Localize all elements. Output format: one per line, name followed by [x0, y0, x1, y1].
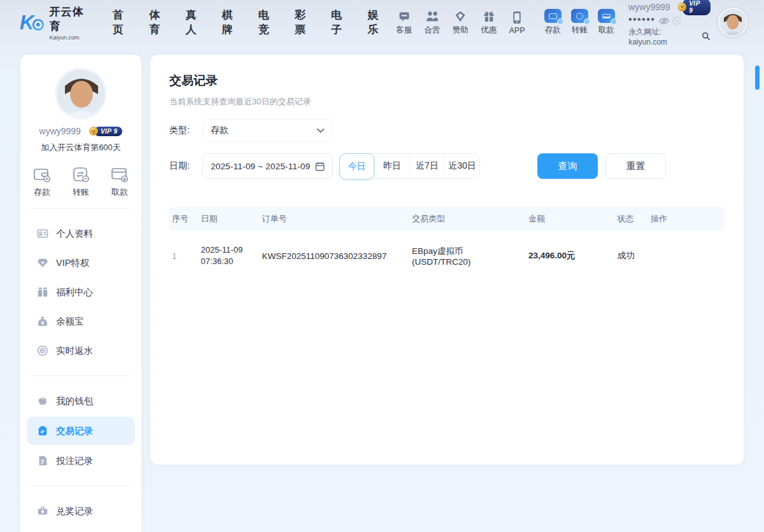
eye-off-icon[interactable]	[659, 17, 669, 25]
range-7days-button[interactable]: 近7日	[409, 154, 444, 178]
sidebar-item-label: 交易记录	[56, 425, 93, 437]
user-info: wywy9999 V VIP 9 ****** 永久网址:	[628, 0, 711, 46]
bet-record-icon	[37, 455, 48, 466]
chevron-circle-icon[interactable]	[672, 17, 681, 25]
sidebar-deposit-button[interactable]: 存款	[33, 166, 51, 198]
vip-diamond-icon	[37, 257, 48, 269]
sidebar-username: wywy9999	[39, 126, 81, 136]
quick-icon-label: 赞助	[453, 25, 469, 36]
shortcut-label: 转账	[73, 186, 89, 198]
page-subtitle: 当前系统支持查询最近30日的交易记录	[169, 96, 725, 108]
withdraw-icon	[598, 9, 615, 23]
sidebar-item-label: 余额宝	[56, 316, 84, 328]
table-header-row: 序号 日期 订单号 交易类型 金额 状态 操作	[169, 207, 725, 231]
sidebar-item-welfare[interactable]: 福利中心	[20, 277, 141, 307]
sidebar-avatar[interactable]	[55, 67, 107, 120]
withdraw-outline-icon	[111, 166, 129, 183]
sidebar-user-row: wywy9999 V VIP 9	[20, 126, 141, 136]
col-amount: 金额	[525, 207, 614, 231]
wallet-icon-label: 取款	[598, 25, 614, 36]
page-title: 交易记录	[169, 73, 725, 89]
brand-logo[interactable]: K 开云体育 Kaiyun.com	[19, 4, 94, 41]
calendar-icon	[315, 162, 325, 171]
deposit-outline-icon	[33, 166, 51, 183]
user-avatar[interactable]	[718, 8, 747, 37]
people-icon	[425, 9, 439, 23]
transactions-table: 序号 日期 订单号 交易类型 金额 状态 操作 1 2025-11-09 07:…	[169, 207, 725, 281]
nav-item-chess[interactable]: 棋牌	[222, 8, 243, 37]
sidebar-item-vip[interactable]: VIP特权	[20, 248, 141, 277]
withdraw-button[interactable]: 取款	[593, 9, 619, 36]
app-download-button[interactable]: APP	[505, 10, 529, 35]
quick-icon-label: 合营	[424, 25, 440, 36]
sidebar-item-yuebao[interactable]: 余额宝	[20, 307, 141, 336]
sidebar-item-wallet[interactable]: 我的钱包	[20, 386, 141, 416]
sidebar-item-rebate[interactable]: 实时返水	[20, 336, 141, 365]
nav-item-live[interactable]: 真人	[185, 8, 206, 37]
sidebar-transfer-button[interactable]: 转账	[72, 166, 90, 198]
col-type: 交易类型	[408, 207, 525, 231]
nav-item-sports[interactable]: 体育	[149, 8, 169, 37]
sidebar-item-messages[interactable]: 消息中心 99+	[20, 526, 141, 532]
type-filter-row: 类型: 存款	[169, 119, 725, 142]
col-order-no: 订单号	[258, 207, 408, 231]
masked-balance: ******	[628, 18, 655, 24]
vip-level-label: VIP 9	[94, 127, 123, 136]
range-yesterday-button[interactable]: 昨日	[374, 154, 409, 178]
nav-item-entertainment[interactable]: 娱乐	[367, 8, 388, 37]
type-select[interactable]: 存款	[202, 119, 333, 142]
header-right: 客服 合营 赞助 优惠	[388, 0, 747, 46]
cell-status: 成功	[614, 231, 647, 281]
sidebar-item-transactions[interactable]: 交易记录	[27, 417, 135, 445]
nav-item-lottery[interactable]: 彩票	[295, 8, 315, 37]
permanent-url-label: 永久网址: kaiyun.com	[628, 27, 698, 46]
range-today-button[interactable]: 今日	[339, 153, 374, 180]
sponsor-button[interactable]: 赞助	[448, 9, 472, 36]
top-header: K 开云体育 Kaiyun.com 首页 体育 真人 棋牌 电竞 彩票 电子 娱…	[0, 0, 764, 45]
page-scrollbar-thumb[interactable]	[755, 66, 760, 90]
partner-button[interactable]: 合营	[420, 9, 444, 36]
customer-service-button[interactable]: 客服	[392, 9, 416, 36]
transfer-button[interactable]: 转账	[566, 9, 593, 36]
date-range-input[interactable]: 2025-11-09 ~ 2025-11-09	[202, 153, 333, 179]
promo-button[interactable]: 优惠	[476, 9, 500, 36]
vip-badge[interactable]: V VIP 9	[674, 0, 711, 15]
transaction-record-icon	[37, 425, 48, 437]
transfer-icon	[571, 9, 588, 23]
divider	[29, 208, 132, 209]
welfare-gift-icon	[37, 286, 48, 298]
brand-name: 开云体育	[50, 4, 94, 34]
sidebar-shortcuts: 存款 转账 取款	[20, 166, 141, 198]
nav-item-esports[interactable]: 电竞	[258, 8, 279, 37]
magnifier-icon[interactable]	[702, 32, 711, 41]
deposit-icon	[544, 9, 562, 23]
sidebar-withdraw-button[interactable]: 取款	[111, 166, 129, 198]
cell-date: 2025-11-09 07:36:30	[197, 231, 258, 281]
quick-icon-label: 优惠	[481, 25, 497, 36]
deposit-button[interactable]: 存款	[539, 9, 566, 36]
nav-item-slots[interactable]: 电子	[331, 8, 351, 37]
search-button[interactable]: 查询	[537, 153, 598, 179]
quick-icon-label: 客服	[396, 25, 412, 36]
cell-date-time: 07:36:30	[201, 256, 255, 267]
col-status: 状态	[614, 207, 647, 231]
sidebar: wywy9999 V VIP 9 加入开云体育第600天 存款	[20, 55, 141, 532]
date-label: 日期:	[169, 160, 202, 172]
shortcut-label: 取款	[111, 186, 128, 198]
chevron-down-icon	[316, 128, 325, 133]
sidebar-item-bets[interactable]: 投注记录	[20, 446, 141, 475]
sidebar-item-label: 实时返水	[56, 345, 93, 357]
range-30days-button[interactable]: 近30日	[444, 154, 479, 178]
content-area: wywy9999 V VIP 9 加入开云体育第600天 存款	[0, 45, 764, 532]
join-days-text: 加入开云体育第600天	[20, 142, 141, 153]
nav-item-home[interactable]: 首页	[113, 8, 133, 37]
username: wywy9999	[628, 2, 670, 12]
sidebar-item-label: 福利中心	[56, 286, 93, 298]
sidebar-item-profile[interactable]: 个人资料	[20, 219, 141, 248]
sidebar-vip-badge[interactable]: V VIP 9	[85, 127, 123, 136]
brand-domain: Kaiyun.com	[50, 34, 94, 41]
sidebar-item-label: 兑奖记录	[56, 505, 93, 517]
cell-type: EBpay虚拟币 (USDT/TRC20)	[408, 231, 525, 281]
reset-button[interactable]: 重置	[605, 153, 666, 179]
sidebar-item-prizes[interactable]: 兑奖记录	[20, 496, 141, 526]
